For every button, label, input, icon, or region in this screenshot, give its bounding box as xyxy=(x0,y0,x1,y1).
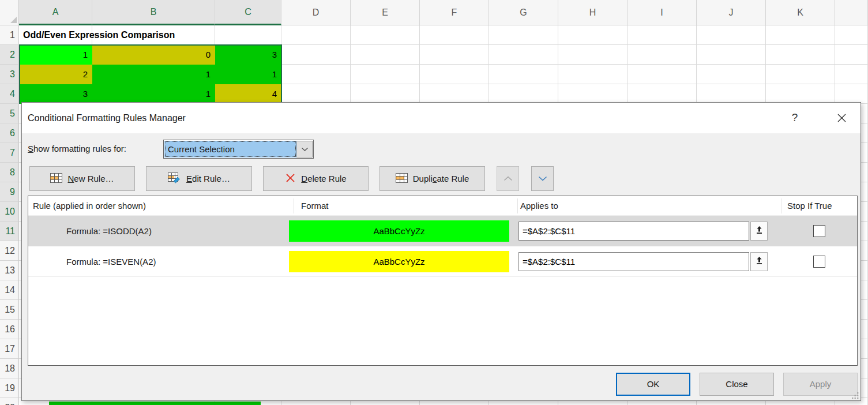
row-header-7[interactable]: 7 xyxy=(0,143,19,163)
row-header-5[interactable]: 5 xyxy=(0,104,19,123)
conditional-formatting-rules-manager-dialog: Conditional Formatting Rules Manager ? S… xyxy=(21,102,861,401)
delete-rule-button[interactable]: Delete Rule xyxy=(263,166,369,191)
duplicate-rule-button[interactable]: Duplicate Rule xyxy=(379,166,485,191)
row-header-13[interactable]: 13 xyxy=(0,261,19,280)
new-rule-button[interactable]: New Rule… xyxy=(29,166,135,191)
cell-A2[interactable]: 1 xyxy=(19,45,92,65)
applies-to-input[interactable] xyxy=(518,222,749,241)
rule-format-preview: AaBbCcYyZz xyxy=(289,251,509,272)
column-header-format: Format xyxy=(301,196,329,215)
header-separator xyxy=(781,198,781,213)
red-x-icon xyxy=(285,172,296,185)
cell-B2[interactable]: 0 xyxy=(92,45,215,65)
ok-button[interactable]: OK xyxy=(616,373,690,396)
close-icon[interactable] xyxy=(833,109,850,126)
cell-A3[interactable]: 2 xyxy=(19,65,92,84)
column-header-rule: Rule (applied in order shown) xyxy=(33,196,146,215)
column-header-J[interactable]: J xyxy=(697,0,766,25)
row-header-1[interactable]: 1 xyxy=(0,25,19,45)
edit-rule-button[interactable]: Edit Rule… xyxy=(146,166,252,191)
rule-format-preview: AaBbCcYyZz xyxy=(289,220,509,242)
delete-rule-label: Delete Rule xyxy=(301,174,346,183)
stop-if-true-checkbox[interactable] xyxy=(813,225,825,237)
row20-formatted-cells-strip xyxy=(49,402,261,405)
applies-to-input[interactable] xyxy=(518,252,749,271)
column-header-F[interactable]: F xyxy=(420,0,489,25)
row-header-4[interactable]: 4 xyxy=(0,84,19,104)
row-header-12[interactable]: 12 xyxy=(0,241,19,261)
column-header-applies: Applies to xyxy=(520,196,558,215)
collapse-range-button[interactable] xyxy=(750,252,768,271)
row-header-2[interactable]: 2 xyxy=(0,45,19,65)
chevron-down-icon[interactable] xyxy=(296,141,313,158)
column-header-partial[interactable] xyxy=(835,0,868,25)
up-arrow-from-bar-icon xyxy=(755,226,764,237)
close-button[interactable]: Close xyxy=(700,373,774,396)
row-header-6[interactable]: 6 xyxy=(0,123,19,143)
column-header-G[interactable]: G xyxy=(489,0,558,25)
column-header-stop: Stop If True xyxy=(787,196,832,215)
new-rule-label: New Rule… xyxy=(67,174,114,183)
dialog-titlebar[interactable]: Conditional Formatting Rules Manager ? xyxy=(22,103,861,133)
column-header-E[interactable]: E xyxy=(351,0,420,25)
cell-C2[interactable]: 3 xyxy=(215,45,281,65)
select-all-corner[interactable] xyxy=(0,0,19,25)
edit-rule-label: Edit Rule… xyxy=(186,174,230,183)
resize-grip-icon[interactable] xyxy=(851,391,859,399)
row-header-15[interactable]: 15 xyxy=(0,300,19,320)
rules-scope-dropdown[interactable]: Current Selection xyxy=(163,140,314,159)
help-icon[interactable]: ? xyxy=(786,109,803,126)
chevron-down-icon xyxy=(538,174,547,183)
cell-C3[interactable]: 1 xyxy=(215,65,281,84)
header-separator xyxy=(294,198,294,213)
row-header-16[interactable]: 16 xyxy=(0,320,19,339)
column-header-B[interactable]: B xyxy=(92,0,215,25)
row-header-18[interactable]: 18 xyxy=(0,359,19,378)
table-grid-icon xyxy=(50,173,62,185)
row-header-14[interactable]: 14 xyxy=(0,280,19,300)
show-formatting-rules-label: Show formatting rules for: xyxy=(28,144,126,153)
row-header-8[interactable]: 8 xyxy=(0,163,19,182)
row-header-11[interactable]: 11 xyxy=(0,222,19,241)
table-grid-pencil-icon xyxy=(168,172,181,185)
row-header-19[interactable]: 19 xyxy=(0,378,19,398)
rule-description: Formula: =ISODD(A2) xyxy=(66,216,152,246)
cell-C4[interactable]: 4 xyxy=(215,84,281,104)
table-grid-icon xyxy=(396,173,408,185)
header-separator xyxy=(517,198,518,213)
collapse-range-button[interactable] xyxy=(750,222,768,241)
rules-list-body: Formula: =ISODD(A2)AaBbCcYyZzFormula: =I… xyxy=(28,216,857,365)
row-header-20[interactable]: 20 xyxy=(0,398,19,405)
cell-A1-title[interactable]: Odd/Even Expression Comparison xyxy=(23,25,175,45)
rule-row[interactable]: Formula: =ISEVEN(A2)AaBbCcYyZz xyxy=(28,246,857,277)
cell-A4[interactable]: 3 xyxy=(19,84,92,104)
column-header-I[interactable]: I xyxy=(627,0,697,25)
column-header-C[interactable]: C xyxy=(215,0,281,25)
row-header-9[interactable]: 9 xyxy=(0,182,19,202)
row-header-17[interactable]: 17 xyxy=(0,339,19,359)
cell-B4[interactable]: 1 xyxy=(92,84,215,104)
dialog-title: Conditional Formatting Rules Manager xyxy=(28,103,186,133)
column-header-D[interactable]: D xyxy=(281,0,351,25)
column-header-A[interactable]: A xyxy=(19,0,92,25)
rule-description: Formula: =ISEVEN(A2) xyxy=(66,246,156,277)
row-header-3[interactable]: 3 xyxy=(0,65,19,84)
rules-list: Rule (applied in order shown) Format App… xyxy=(28,196,858,366)
apply-button[interactable]: Apply xyxy=(783,373,858,396)
column-header-H[interactable]: H xyxy=(558,0,627,25)
rule-row[interactable]: Formula: =ISODD(A2)AaBbCcYyZz xyxy=(28,216,857,246)
move-rule-up-button[interactable] xyxy=(497,166,519,191)
cell-B3[interactable]: 1 xyxy=(92,65,215,84)
duplicate-rule-label: Duplicate Rule xyxy=(413,174,469,183)
chevron-up-icon xyxy=(503,174,513,183)
row-header-10[interactable]: 10 xyxy=(0,202,19,222)
up-arrow-from-bar-icon xyxy=(755,256,764,267)
column-header-K[interactable]: K xyxy=(766,0,835,25)
move-rule-down-button[interactable] xyxy=(531,166,554,191)
rules-scope-value[interactable]: Current Selection xyxy=(164,141,296,158)
stop-if-true-checkbox[interactable] xyxy=(813,256,825,268)
